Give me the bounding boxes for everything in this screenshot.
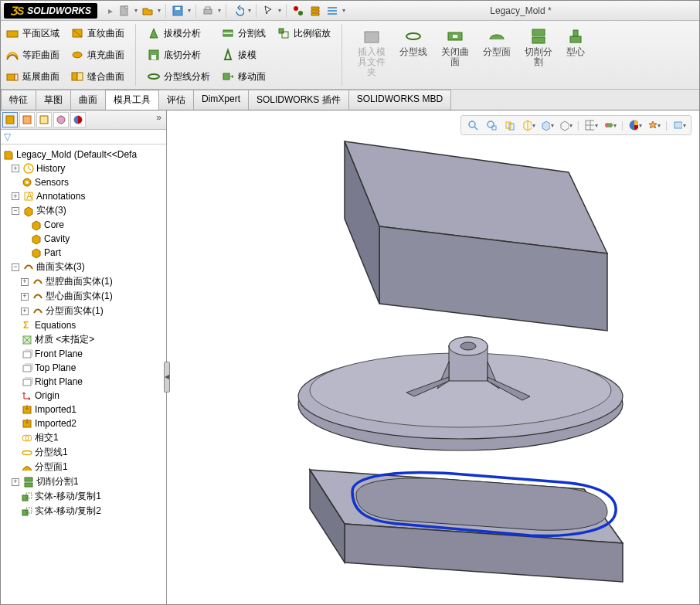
- draft-button[interactable]: 拔模: [221, 46, 266, 64]
- tree-item-front-plane[interactable]: Front Plane: [2, 347, 165, 361]
- tab-evaluate[interactable]: 评估: [158, 90, 194, 110]
- tree-item-surface-bodies[interactable]: −曲面实体(3): [2, 260, 165, 274]
- tree-item-equations[interactable]: ΣEquations: [2, 318, 165, 332]
- tree-item-move-copy-body1[interactable]: 实体-移动/复制1: [2, 489, 165, 504]
- expand-panel-button[interactable]: »: [153, 112, 165, 127]
- apply-scene-button[interactable]: [628, 118, 642, 132]
- tree-item-intersect[interactable]: 相交1: [2, 430, 165, 445]
- open-document-button[interactable]: [141, 4, 155, 18]
- tree-item-right-plane[interactable]: Right Plane: [2, 375, 165, 389]
- feature-tree-tab[interactable]: [2, 112, 18, 127]
- zoom-area-button[interactable]: [484, 118, 498, 132]
- dropdown-icon[interactable]: ▾: [158, 7, 161, 14]
- tab-features[interactable]: 特征: [1, 90, 36, 110]
- dropdown-icon[interactable]: ▾: [278, 7, 281, 14]
- shut-off-surface-button[interactable]: 关闭曲面: [437, 24, 474, 86]
- zoom-fit-button[interactable]: [466, 118, 480, 132]
- tooling-split-button[interactable]: 切削分割: [520, 24, 557, 86]
- parting-line-button[interactable]: 分型线: [395, 24, 432, 86]
- fill-surface-button[interactable]: 填充曲面: [70, 46, 124, 64]
- move-face-button[interactable]: 移动面: [221, 67, 266, 86]
- dimxpert-manager-tab[interactable]: [53, 112, 69, 127]
- core-button[interactable]: 型心: [562, 24, 590, 86]
- dropdown-icon[interactable]: ▾: [218, 7, 221, 14]
- configuration-manager-tab[interactable]: [36, 112, 52, 127]
- tab-dimxpert[interactable]: DimXpert: [193, 90, 249, 110]
- expander-icon[interactable]: +: [21, 293, 29, 301]
- section-view-button[interactable]: [522, 118, 535, 132]
- tree-item-solid-bodies[interactable]: −实体(3): [2, 203, 165, 218]
- new-document-button[interactable]: [117, 4, 131, 18]
- dropdown-icon[interactable]: ▾: [188, 7, 191, 14]
- view-settings-button[interactable]: [647, 118, 661, 132]
- expander-icon[interactable]: −: [12, 207, 19, 215]
- tab-solidworks-mbd[interactable]: SOLIDWORKS MBD: [348, 90, 451, 110]
- tree-item-tooling-split[interactable]: +切削分割1: [2, 474, 165, 489]
- tree-item-part[interactable]: Part: [2, 246, 165, 260]
- expander-icon[interactable]: +: [12, 478, 19, 486]
- dropdown-icon[interactable]: ▾: [134, 7, 138, 14]
- render-tools-button[interactable]: [672, 118, 686, 132]
- tree-item-material[interactable]: 材质 <未指定>: [2, 332, 165, 347]
- expander-icon[interactable]: +: [21, 308, 29, 315]
- view-orientation-button[interactable]: [540, 118, 554, 132]
- settings-button[interactable]: [325, 4, 339, 18]
- tree-item-cavity[interactable]: Cavity: [2, 232, 165, 246]
- expander-icon[interactable]: +: [21, 278, 29, 286]
- tree-item-imported2[interactable]: Imported2: [2, 416, 165, 430]
- tree-item-parting-line[interactable]: 分型线1: [2, 445, 165, 460]
- planar-region-button[interactable]: 平面区域: [5, 24, 59, 42]
- tree-item-parting-surface-body[interactable]: +分型面实体(1): [2, 304, 165, 318]
- tree-item-core[interactable]: Core: [2, 218, 165, 232]
- tab-surfaces[interactable]: 曲面: [70, 90, 106, 110]
- svg-rect-33: [6, 116, 14, 124]
- edit-appearance-button[interactable]: [603, 118, 617, 132]
- tab-sketch[interactable]: 草图: [36, 90, 71, 110]
- display-manager-tab[interactable]: [70, 112, 86, 127]
- tree-item-top-plane[interactable]: Top Plane: [2, 361, 165, 375]
- ribbon-group-analysis2: 分割线 拔模 移动面: [221, 24, 266, 86]
- scale-button[interactable]: 比例缩放: [277, 24, 331, 42]
- print-button[interactable]: [201, 4, 215, 18]
- tree-item-origin[interactable]: Origin: [2, 389, 165, 403]
- save-button[interactable]: [171, 4, 185, 18]
- tab-mold-tools[interactable]: 模具工具: [105, 90, 159, 110]
- tree-item-annotations[interactable]: +AAnnotations: [2, 189, 165, 203]
- svg-point-26: [406, 33, 420, 39]
- display-style-button[interactable]: [559, 118, 573, 132]
- tree-item-history[interactable]: +History: [2, 161, 165, 175]
- tab-solidworks-addins[interactable]: SOLIDWORKS 插件: [248, 90, 349, 110]
- knit-surface-button[interactable]: 缝合曲面: [70, 67, 124, 86]
- rebuild-button[interactable]: [291, 4, 305, 18]
- draft-analysis-button[interactable]: 拔模分析: [147, 24, 210, 42]
- tree-item-parting-surface[interactable]: 分型面1: [2, 460, 165, 474]
- expander-icon[interactable]: −: [12, 263, 19, 271]
- parting-surface-button[interactable]: 分型面: [478, 24, 515, 86]
- tree-item-imported1[interactable]: Imported1: [2, 403, 165, 416]
- panel-splitter[interactable]: [164, 362, 170, 393]
- offset-surface-button[interactable]: 等距曲面: [5, 46, 59, 64]
- dropdown-icon[interactable]: ▾: [248, 7, 251, 14]
- extend-surface-button[interactable]: 延展曲面: [5, 67, 59, 86]
- undercut-analysis-button[interactable]: 底切分析: [147, 46, 210, 64]
- menu-chevron-icon[interactable]: ▸: [108, 5, 113, 16]
- hide-show-button[interactable]: [584, 118, 598, 132]
- undo-button[interactable]: [231, 4, 245, 18]
- split-line-button[interactable]: 分割线: [221, 24, 266, 42]
- previous-view-button[interactable]: [503, 118, 517, 132]
- property-manager-tab[interactable]: [19, 112, 35, 127]
- tree-item-move-copy-body2[interactable]: 实体-移动/复制2: [2, 504, 165, 518]
- 3d-viewport[interactable]: | | |: [167, 110, 699, 605]
- tree-item-core-surface-body[interactable]: +型心曲面实体(1): [2, 289, 165, 304]
- expander-icon[interactable]: +: [12, 192, 19, 200]
- tree-root[interactable]: Legacy_Mold (Default<<Defa: [2, 148, 165, 161]
- options-button[interactable]: [308, 4, 322, 18]
- label: 拔模: [238, 49, 257, 62]
- tree-filter[interactable]: ▽: [1, 130, 166, 144]
- ruled-surface-button[interactable]: 直纹曲面: [70, 24, 124, 42]
- tree-item-sensors[interactable]: Sensors: [2, 175, 165, 189]
- expander-icon[interactable]: +: [12, 165, 19, 172]
- select-button[interactable]: [261, 4, 275, 18]
- parting-line-analysis-button[interactable]: 分型线分析: [147, 67, 210, 86]
- tree-item-cavity-surface-body[interactable]: +型腔曲面实体(1): [2, 274, 165, 289]
